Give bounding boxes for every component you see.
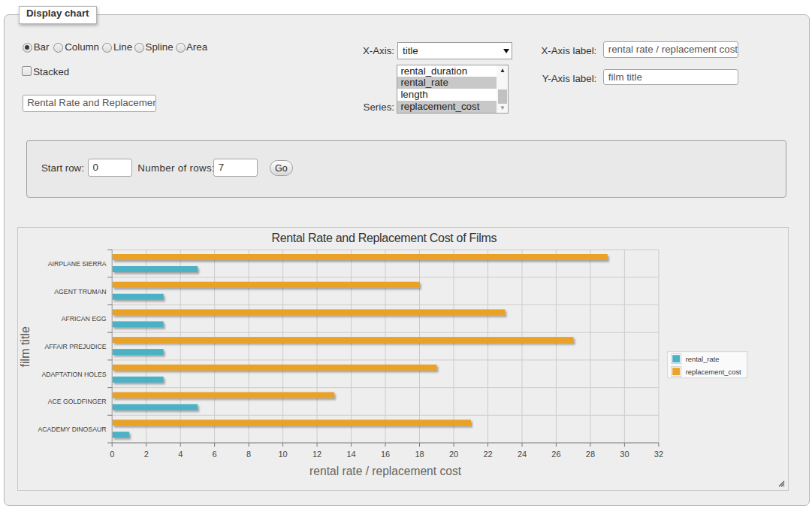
svg-text:14: 14 (346, 450, 355, 459)
svg-text:ACADEMY DINOSAUR: ACADEMY DINOSAUR (38, 426, 106, 433)
svg-text:22: 22 (483, 450, 492, 459)
svg-text:4: 4 (178, 450, 183, 459)
svg-text:16: 16 (380, 450, 389, 459)
svg-text:24: 24 (517, 450, 526, 459)
svg-text:0: 0 (110, 450, 114, 459)
svg-text:2: 2 (143, 450, 148, 459)
svg-text:26: 26 (551, 450, 560, 459)
svg-text:AFRICAN EGG: AFRICAN EGG (61, 315, 106, 323)
svg-text:film title: film title (18, 326, 31, 367)
svg-text:ADAPTATION HOLES: ADAPTATION HOLES (41, 370, 106, 377)
svg-text:Rental Rate and Replacement Co: Rental Rate and Replacement Cost of Film… (271, 232, 497, 244)
svg-text:rental rate / replacement cost: rental rate / replacement cost (309, 464, 462, 477)
svg-text:ACE GOLDFINGER: ACE GOLDFINGER (47, 398, 106, 405)
svg-text:32: 32 (654, 450, 663, 459)
svg-text:30: 30 (620, 450, 629, 459)
svg-text:replacement_cost: replacement_cost (685, 367, 741, 375)
svg-text:rental_rate: rental_rate (685, 354, 719, 362)
svg-text:AIRPLANE SIERRA: AIRPLANE SIERRA (47, 259, 106, 267)
svg-text:18: 18 (415, 450, 424, 459)
svg-text:20: 20 (448, 450, 457, 459)
svg-text:AGENT TRUMAN: AGENT TRUMAN (54, 287, 106, 295)
svg-text:AFFAIR PREJUDICE: AFFAIR PREJUDICE (44, 343, 106, 350)
svg-text:10: 10 (278, 450, 287, 459)
svg-text:12: 12 (312, 450, 321, 459)
svg-text:6: 6 (212, 450, 216, 459)
svg-text:28: 28 (585, 450, 594, 459)
svg-text:8: 8 (246, 450, 251, 459)
